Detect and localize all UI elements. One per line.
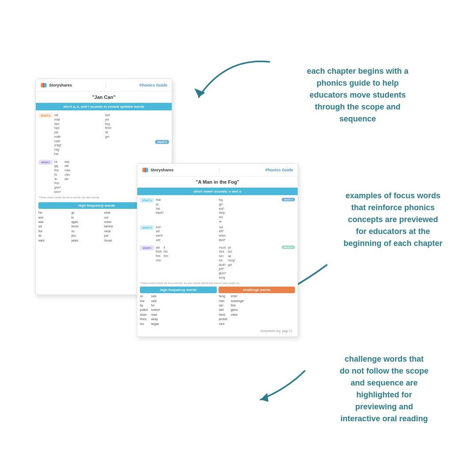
doc2-challenge-banner: challenge words: [219, 287, 295, 293]
arrow-3: [252, 362, 314, 406]
doc1-title: "Jan Can": [36, 92, 172, 103]
doc2-short-i-label: short i: [140, 246, 154, 250]
doc2-short-e-right-words: redleft*whenbled*: [219, 225, 295, 242]
doc2-short-u-left: muchshutsunfundusk*just*glum*snug: [219, 246, 227, 280]
svg-rect-7: [146, 168, 148, 172]
doc2-short-i-left: didthickthinchin: [156, 246, 162, 263]
doc2-logo: Storyshares: [142, 166, 174, 174]
doc2-body: short o thatathatblack* foggotlost*shopn…: [137, 195, 298, 336]
doc2-title: "A Man in the Fog": [137, 177, 298, 188]
doc1-guide-label: Phonics Guide: [140, 83, 167, 87]
doc1-header: Storyshares | Phonics Guide: [36, 79, 172, 92]
doc1-logo: Storyshares: [40, 82, 72, 89]
svg-marker-2: [261, 393, 268, 402]
doc2-short-u-right: jutbutuphung*gut: [228, 246, 235, 280]
doc2-short-e-left-words: fret*setwent*wet: [156, 225, 163, 242]
doc1-short-a-label: short a: [38, 113, 53, 118]
svg-rect-6: [143, 168, 145, 172]
doc2-hfw-words: soshebypulleddowntheretoo sawsaidforlook…: [140, 294, 216, 326]
doc2-footer: storyshares.org page 11: [140, 328, 295, 334]
svg-rect-8: [145, 167, 146, 172]
annotation-focus-words: examples of focus words that reinforce p…: [318, 190, 468, 249]
doc1-short-e-label: short e: [155, 140, 169, 144]
svg-rect-4: [44, 83, 47, 87]
annotation-phonics-guide: each chapter begins with a phonics guide…: [274, 65, 442, 125]
doc2-footnote: *These words contain the focus sounds, b…: [140, 282, 295, 285]
doc2-short-o-words: thatathatblack*: [156, 198, 164, 215]
doc1-short-i-col1: hitgigthisfix'tilKimgrim*brim*: [54, 160, 61, 194]
doc2-short-o-label: short o: [140, 198, 154, 203]
doc2-header: Storyshares | Phonics Guide: [137, 164, 298, 177]
doc2-short-e-label: short e: [140, 225, 154, 230]
annotation-challenge-words: challenge words that do not follow the s…: [300, 353, 468, 425]
doc2-short-o-right-words: foggotlost*shopnoton: [219, 198, 225, 224]
doc2-short-i-right: ithidhim: [163, 246, 168, 263]
doc1-short-a-words: satmaddadhadpalmathcashsnag*naghat: [54, 113, 62, 156]
arrow-1: [190, 53, 287, 110]
doc1-short-e-words: bedyetbegthemletget: [105, 113, 169, 139]
doc2-challenge-words: hungmancanoddhandpocketcard enterscaveng…: [219, 294, 295, 326]
svg-rect-5: [43, 83, 44, 87]
doc1-short-i-col2: kickwillmisschindid: [64, 160, 70, 194]
doc-card-2: Storyshares | Phonics Guide "A Man in th…: [137, 163, 298, 337]
doc2-banner1: short vowel sounds: o and u: [137, 188, 298, 195]
doc2-short-o-right-label: short o: [282, 198, 295, 201]
svg-rect-3: [41, 83, 44, 87]
doc1-short-i-label: short i: [38, 160, 53, 165]
doc2-guide-label: Phonics Guide: [265, 168, 293, 172]
doc2-hfw-banner: high frequency words: [140, 287, 217, 293]
doc2-short-u-label: short u: [282, 246, 295, 249]
doc1-banner1: short a, e, and i sounds in closed sylla…: [36, 103, 172, 110]
doc2-banner-row: high frequency words challenge words: [140, 287, 295, 293]
